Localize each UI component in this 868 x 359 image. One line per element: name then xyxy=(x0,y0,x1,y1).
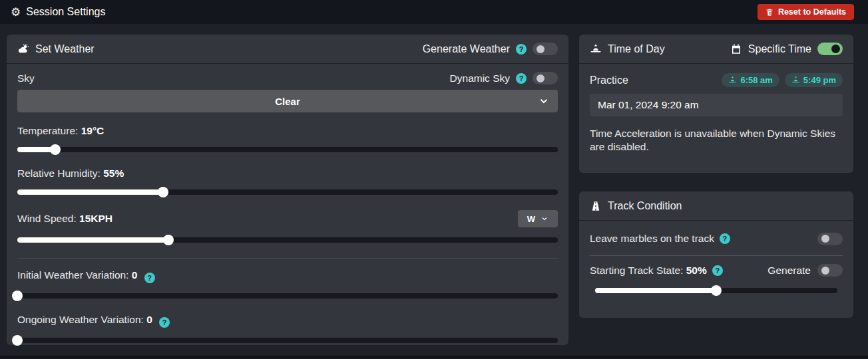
ongoing-variation-help-icon[interactable]: ? xyxy=(159,317,170,328)
sunrise-icon xyxy=(728,76,737,84)
sunset-time: 5:49 pm xyxy=(803,75,836,85)
bottom-strip xyxy=(0,356,868,359)
temperature-slider-fill xyxy=(17,147,55,152)
wind-direction-select[interactable]: W xyxy=(518,210,558,227)
specific-time-label: Specific Time xyxy=(748,43,811,55)
generate-track-toggle[interactable] xyxy=(817,264,843,277)
initial-variation-field: Initial Weather Variation: 0 ? xyxy=(17,269,558,301)
track-section-divider xyxy=(590,255,843,256)
generate-track-label: Generate xyxy=(767,265,811,277)
ongoing-variation-slider[interactable] xyxy=(17,335,558,346)
wind-speed-slider-fill xyxy=(17,237,168,243)
wind-speed-label: Wind Speed: xyxy=(17,213,77,224)
temperature-label: Temperature: xyxy=(17,125,78,136)
marbles-label: Leave marbles on the track xyxy=(590,233,714,245)
session-row: Practice 6:58 am 5:49 pm xyxy=(590,73,843,87)
generate-weather-label: Generate Weather xyxy=(423,43,510,55)
reset-button-label: Reset to Defaults xyxy=(778,7,846,17)
sky-row: Sky Dynamic Sky ? xyxy=(17,72,558,84)
temperature-value: 19°C xyxy=(81,125,105,136)
wind-field: Wind Speed: 15KPH W xyxy=(17,210,558,245)
session-datetime-input[interactable] xyxy=(590,94,843,116)
ongoing-variation-label: Ongoing Weather Variation: xyxy=(17,314,144,325)
humidity-slider-fill xyxy=(17,189,163,195)
time-panel-title: Time of Day xyxy=(608,43,665,55)
track-state-row: Starting Track State: 50% ? Generate xyxy=(590,264,843,277)
track-state-help-icon[interactable]: ? xyxy=(712,265,723,276)
cloud-sun-icon xyxy=(17,43,29,55)
marbles-row: Leave marbles on the track ? xyxy=(590,225,843,253)
sunrise-icon xyxy=(590,43,602,55)
session-label: Practice xyxy=(590,74,628,86)
reset-to-defaults-button[interactable]: Reset to Defaults xyxy=(758,4,854,20)
initial-variation-help-icon[interactable]: ? xyxy=(144,273,155,283)
track-state-slider[interactable] xyxy=(595,285,837,296)
track-state-slider-fill xyxy=(595,288,716,293)
dynamic-sky-help-icon[interactable]: ? xyxy=(516,73,527,84)
sunset-icon xyxy=(791,76,800,84)
humidity-field: Relative Humidity: 55% xyxy=(17,168,558,197)
track-state-label: Starting Track State: xyxy=(590,265,683,276)
wind-speed-value: 15KPH xyxy=(79,213,112,224)
page-title: ⚙ Session Settings xyxy=(11,6,105,18)
sunrise-time-badge: 6:58 am xyxy=(722,73,779,87)
sky-selected-value: Clear xyxy=(275,96,300,107)
wind-direction-value: W xyxy=(527,214,535,224)
gears-icon: ⚙ xyxy=(11,7,21,18)
time-of-day-panel: Time of Day Specific Time Practice xyxy=(579,35,853,173)
chevron-down-icon xyxy=(538,95,550,107)
humidity-slider[interactable] xyxy=(17,187,558,197)
temperature-field: Temperature: 19°C xyxy=(17,125,558,155)
set-weather-panel: Set Weather Generate Weather ? Sky Dynam… xyxy=(7,35,568,345)
calendar-icon xyxy=(730,43,742,55)
humidity-value: 55% xyxy=(103,168,124,179)
dynamic-sky-label: Dynamic Sky xyxy=(450,72,510,84)
weather-panel-title: Set Weather xyxy=(35,43,95,55)
generate-weather-toggle[interactable] xyxy=(533,43,558,55)
marbles-toggle[interactable] xyxy=(817,233,843,245)
initial-variation-value: 0 xyxy=(132,269,138,281)
page-title-text: Session Settings xyxy=(26,6,105,18)
sunrise-time: 6:58 am xyxy=(740,75,772,85)
sky-select[interactable]: Clear xyxy=(17,90,558,112)
track-condition-panel: Track Condition Leave marbles on the tra… xyxy=(579,191,853,318)
specific-time-toggle[interactable] xyxy=(817,43,843,55)
ongoing-variation-value: 0 xyxy=(146,314,152,325)
chevron-down-icon xyxy=(541,215,548,223)
track-panel-title: Track Condition xyxy=(608,200,682,212)
track-state-value: 50% xyxy=(686,265,707,276)
initial-variation-slider[interactable] xyxy=(17,291,558,301)
sky-label: Sky xyxy=(17,72,35,84)
wind-speed-slider[interactable] xyxy=(17,235,558,245)
dynamic-sky-toggle[interactable] xyxy=(533,72,558,84)
temperature-slider[interactable] xyxy=(17,144,558,155)
ongoing-variation-field: Ongoing Weather Variation: 0 ? xyxy=(17,314,558,346)
humidity-label: Relative Humidity: xyxy=(17,168,101,179)
topbar: ⚙ Session Settings Reset to Defaults xyxy=(0,0,868,24)
time-acceleration-note: Time Acceleration is unavailable when Dy… xyxy=(590,127,843,154)
initial-variation-label: Initial Weather Variation: xyxy=(17,269,128,281)
trash-icon xyxy=(765,8,773,17)
weather-section-divider xyxy=(17,258,558,259)
marbles-help-icon[interactable]: ? xyxy=(720,233,730,244)
generate-weather-help-icon[interactable]: ? xyxy=(516,44,527,55)
road-icon xyxy=(590,200,602,212)
sunset-time-badge: 5:49 pm xyxy=(785,73,843,87)
